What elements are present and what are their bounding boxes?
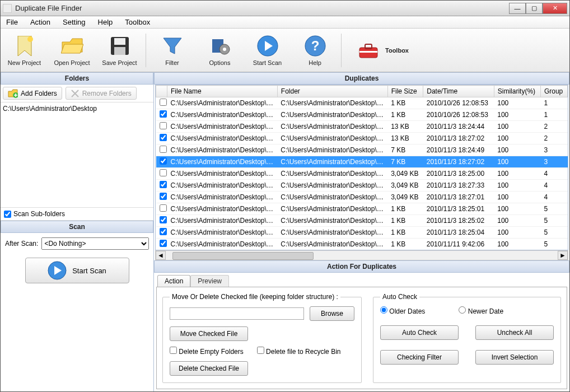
- table-row[interactable]: C:\Users\Administrator\Desktop\co...C:\U…: [156, 144, 568, 156]
- add-folders-button[interactable]: Add Folders: [3, 87, 62, 100]
- scroll-left-icon[interactable]: ◄: [156, 251, 166, 260]
- cell-datetime: 2010/11/3 18:25:02: [423, 215, 494, 227]
- row-checkbox[interactable]: [160, 110, 167, 118]
- table-row[interactable]: C:\Users\Administrator\Desktop\co...C:\U…: [156, 215, 568, 227]
- checkbox-label: Scan Sub-folders: [13, 210, 65, 218]
- tool-toolbox[interactable]: Toolbox: [344, 30, 422, 71]
- menu-help[interactable]: Help: [96, 17, 115, 27]
- maximize-button[interactable]: ▢: [526, 3, 543, 14]
- move-checked-button[interactable]: Move Checked File: [170, 326, 248, 341]
- uncheck-all-button[interactable]: Uncheck All: [475, 325, 554, 340]
- row-checkbox[interactable]: [160, 122, 167, 129]
- newer-date-radio[interactable]: [459, 306, 466, 314]
- table-row[interactable]: C:\Users\Administrator\Desktop\co...C:\U…: [156, 227, 568, 239]
- button-label: Remove Folders: [82, 90, 132, 97]
- tool-start-scan[interactable]: Start Scan: [244, 30, 291, 71]
- duplicates-table[interactable]: File Name Folder File Size Date/Time Sim…: [155, 85, 568, 250]
- tool-save-project[interactable]: Save Project: [96, 30, 143, 71]
- tool-open-project[interactable]: Open Project: [48, 30, 96, 71]
- older-dates-radio[interactable]: [380, 306, 387, 314]
- table-row[interactable]: C:\Users\Administrator\Desktop\co...C:\U…: [156, 239, 568, 250]
- row-checkbox[interactable]: [160, 157, 167, 165]
- table-row[interactable]: C:\Users\Administrator\Desktop\co...C:\U…: [156, 203, 568, 215]
- row-checkbox[interactable]: [160, 240, 167, 247]
- window-title: Duplicate File Finder: [15, 4, 509, 12]
- col-folder[interactable]: Folder: [277, 86, 387, 97]
- delete-empty-checkbox[interactable]: [170, 347, 177, 354]
- cell-filename: C:\Users\Administrator\Desktop\co...: [167, 121, 278, 133]
- cell-filename: C:\Users\Administrator\Desktop\co...: [167, 180, 278, 192]
- menu-file[interactable]: File: [4, 17, 20, 27]
- cell-filesize: 1 KB: [387, 227, 423, 239]
- cell-folder: C:\Users\Administrator\Desktop\acti...: [277, 109, 387, 121]
- col-filesize[interactable]: File Size: [387, 86, 423, 97]
- cell-folder: C:\Users\Administrator\Desktop\cod...: [277, 215, 387, 227]
- menubar: File Action Setting Help Toolbox: [1, 16, 569, 29]
- auto-check-button[interactable]: Auto Check: [380, 325, 459, 340]
- cell-datetime: 2010/11/3 18:25:01: [423, 203, 494, 215]
- row-checkbox[interactable]: [160, 169, 167, 176]
- folder-path[interactable]: C:\Users\Administrator\Desktop: [3, 105, 151, 113]
- cell-filename: C:\Users\Administrator\Desktop\ac...: [167, 109, 278, 121]
- table-row[interactable]: C:\Users\Administrator\Desktop\co...C:\U…: [156, 121, 568, 133]
- delete-checked-button[interactable]: Delete Checked File: [170, 361, 248, 376]
- menu-setting[interactable]: Setting: [60, 17, 87, 27]
- browse-button[interactable]: Browse: [310, 306, 354, 321]
- cell-group: 2: [540, 121, 567, 133]
- start-scan-button[interactable]: Start Scan: [25, 258, 129, 283]
- tool-options[interactable]: Options: [196, 30, 244, 71]
- target-folder-input[interactable]: [170, 307, 304, 320]
- row-checkbox[interactable]: [160, 181, 167, 188]
- cell-group: 3: [540, 156, 567, 168]
- table-row[interactable]: C:\Users\Administrator\Desktop\co...C:\U…: [156, 156, 568, 168]
- menu-action[interactable]: Action: [28, 17, 53, 27]
- invert-selection-button[interactable]: Invert Selection: [475, 350, 554, 365]
- delete-recycle-checkbox[interactable]: [257, 347, 264, 354]
- move-delete-group: Move Or Delete Checked file (keeping fol…: [162, 293, 362, 383]
- cell-group: 5: [540, 215, 567, 227]
- scan-subfolders-checkbox[interactable]: [4, 211, 11, 218]
- table-row[interactable]: C:\Users\Administrator\Desktop\ac...C:\U…: [156, 97, 568, 109]
- col-group[interactable]: Group: [540, 86, 567, 97]
- remove-folders-button[interactable]: Remove Folders: [66, 87, 137, 100]
- table-row[interactable]: C:\Users\Administrator\Desktop\co...C:\U…: [156, 180, 568, 192]
- col-check[interactable]: [156, 86, 167, 97]
- cell-similarity: 100: [494, 215, 540, 227]
- tab-preview[interactable]: Preview: [190, 275, 229, 287]
- minimize-button[interactable]: —: [509, 3, 526, 14]
- col-filename[interactable]: File Name: [167, 86, 278, 97]
- table-row[interactable]: C:\Users\Administrator\Desktop\ac...C:\U…: [156, 109, 568, 121]
- checking-filter-button[interactable]: Checking Filter: [380, 350, 459, 365]
- row-checkbox[interactable]: [160, 99, 167, 106]
- row-checkbox[interactable]: [160, 216, 167, 223]
- tool-filter[interactable]: Filter: [148, 30, 196, 71]
- cell-filesize: 3,049 KB: [387, 192, 423, 203]
- row-checkbox[interactable]: [160, 193, 167, 200]
- tab-action[interactable]: Action: [157, 275, 190, 287]
- action-header: Action For Duplicates: [154, 260, 569, 273]
- scroll-right-icon[interactable]: ►: [558, 251, 568, 260]
- tool-new-project[interactable]: New Project: [1, 30, 48, 71]
- row-checkbox[interactable]: [160, 146, 167, 153]
- cell-filename: C:\Users\Administrator\Desktop\co...: [167, 239, 278, 250]
- col-datetime[interactable]: Date/Time: [423, 86, 494, 97]
- col-similarity[interactable]: Similarity(%): [494, 86, 540, 97]
- folder-list[interactable]: C:\Users\Administrator\Desktop: [1, 102, 153, 208]
- body: Folders Add Folders Remove Folders C:\Us…: [1, 72, 569, 391]
- cell-folder: C:\Users\Administrator\Desktop\cod...: [277, 227, 387, 239]
- table-row[interactable]: C:\Users\Administrator\Desktop\co...C:\U…: [156, 168, 568, 180]
- menu-toolbox[interactable]: Toolbox: [123, 17, 152, 27]
- row-checkbox[interactable]: [160, 228, 167, 235]
- row-checkbox[interactable]: [160, 204, 167, 212]
- tool-help[interactable]: ? Help: [291, 30, 339, 71]
- scan-header: Scan: [1, 221, 153, 233]
- table-row[interactable]: C:\Users\Administrator\Desktop\co...C:\U…: [156, 192, 568, 203]
- cell-datetime: 2010/11/3 18:27:01: [423, 192, 494, 203]
- row-checkbox[interactable]: [160, 134, 167, 141]
- horizontal-scrollbar[interactable]: ◄ ►: [155, 250, 568, 260]
- cell-filename: C:\Users\Administrator\Desktop\co...: [167, 192, 278, 203]
- after-scan-select[interactable]: <Do Nothing>: [41, 237, 149, 250]
- table-row[interactable]: C:\Users\Administrator\Desktop\co...C:\U…: [156, 133, 568, 144]
- folder-minus-icon: [71, 89, 80, 98]
- close-button[interactable]: ✕: [543, 3, 567, 14]
